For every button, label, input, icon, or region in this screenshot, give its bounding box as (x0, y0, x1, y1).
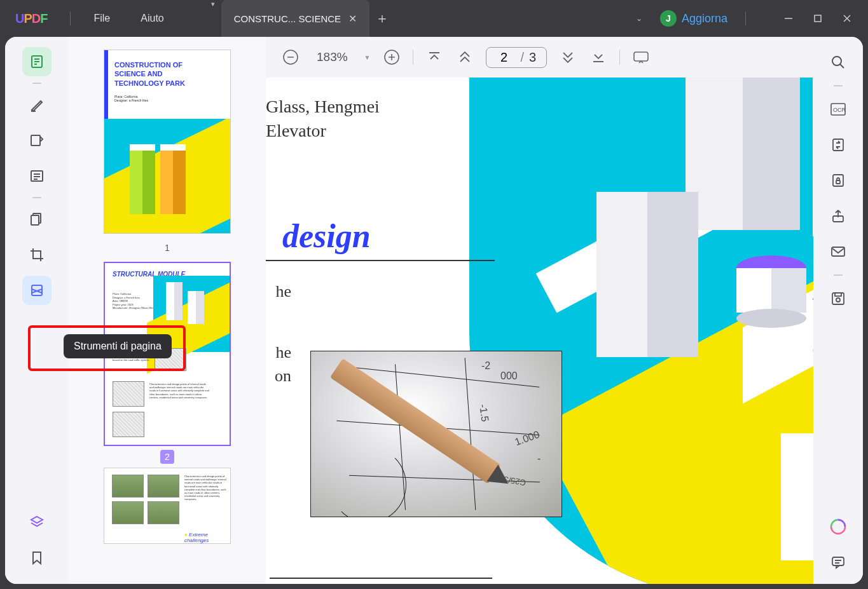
comment-icon[interactable] (825, 550, 851, 575)
divider (745, 11, 746, 25)
separator (619, 50, 620, 65)
separator (834, 274, 843, 276)
svg-rect-26 (634, 52, 648, 61)
page-canvas[interactable]: Glass, Hengmei Elevator xdesign he he on (266, 78, 813, 584)
doc-paragraph: he (266, 280, 291, 303)
separator (834, 85, 843, 86)
window-close-button[interactable] (832, 9, 862, 28)
current-page-input[interactable] (493, 50, 516, 65)
menu-file[interactable]: File (78, 13, 125, 24)
zoom-out-button[interactable] (281, 48, 300, 67)
reader-icon[interactable] (22, 161, 52, 191)
tooltip-page-tools: Strumenti di pagina (64, 334, 172, 358)
doc-text-line: Glass, Hengmei (266, 97, 495, 117)
last-page-button[interactable] (589, 48, 608, 67)
page-input-box[interactable]: / 3 (486, 47, 548, 68)
total-pages: 3 (529, 50, 540, 65)
zoom-level: 183% (312, 50, 353, 64)
email-icon[interactable] (825, 239, 851, 264)
doc-heading: xdesign (266, 217, 495, 255)
edit-text-icon[interactable] (22, 126, 52, 155)
right-toolbar: OCR (813, 37, 863, 584)
thumbnail-page-1[interactable]: CONSTRUCTION OF SCIENCE AND TECHNOLOGY P… (104, 50, 231, 234)
doc-text-line: Elevator (266, 121, 495, 141)
svg-point-37 (832, 57, 841, 65)
separator (413, 50, 413, 65)
doc-paragraph: he on (266, 341, 291, 388)
presentation-icon[interactable] (631, 48, 651, 67)
document-tab[interactable]: CONSTRUC... SCIENCE ✕ (221, 0, 369, 37)
top-toolbar: 183% ▼ / 3 (266, 37, 813, 78)
thumbnail-number-1: 1 (165, 238, 170, 258)
embedded-image: -2 000 -1.5 1.000 C25/30 - (310, 351, 562, 517)
window-maximize-button[interactable] (803, 9, 832, 28)
zoom-dropdown-icon[interactable]: ▼ (364, 54, 371, 61)
ocr-icon[interactable]: OCR (825, 97, 851, 122)
svg-rect-1 (815, 15, 821, 22)
menu-help[interactable]: Aiuto (125, 13, 179, 24)
ai-icon[interactable] (825, 514, 851, 539)
search-icon[interactable] (825, 50, 851, 75)
svg-point-47 (836, 298, 840, 302)
thumbnail-number-2: 2 (160, 450, 174, 464)
upgrade-link[interactable]: Aggiorna (682, 12, 727, 25)
tab-dropdown-icon[interactable]: ▾ (205, 0, 221, 37)
convert-icon[interactable] (825, 132, 851, 158)
svg-rect-49 (832, 557, 844, 565)
svg-line-38 (840, 64, 844, 68)
bookmark-icon[interactable] (22, 543, 52, 572)
svg-rect-9 (31, 135, 40, 146)
protect-icon[interactable] (825, 168, 851, 193)
window-minimize-button[interactable] (774, 9, 803, 28)
svg-rect-45 (832, 247, 844, 256)
save-icon[interactable] (825, 286, 851, 311)
share-icon[interactable] (825, 203, 851, 229)
close-icon[interactable]: ✕ (348, 13, 357, 25)
thumb1-meta: Place: CaliforniaDesigner: a French frie… (114, 95, 148, 102)
prev-page-button[interactable] (455, 48, 474, 67)
thumbnails-panel-button[interactable] (22, 47, 52, 76)
pages-icon[interactable] (22, 205, 52, 234)
crop-icon[interactable] (22, 240, 52, 269)
svg-text:OCR: OCR (833, 107, 846, 113)
thumbnail-page-3[interactable]: Characteristics and design points of int… (104, 468, 231, 544)
tab-title: CONSTRUC... SCIENCE (234, 13, 341, 24)
avatar: J (660, 10, 677, 27)
titlebar: UPDF File Aiuto ▾ CONSTRUC... SCIENCE ✕ … (0, 0, 868, 37)
main-view: 183% ▼ / 3 (266, 37, 813, 584)
account-area[interactable]: J Aggiorna (660, 10, 727, 27)
divider (70, 11, 71, 25)
thumbnails-panel: CONSTRUCTION OF SCIENCE AND TECHNOLOGY P… (69, 37, 266, 584)
svg-rect-43 (836, 180, 840, 184)
highlighter-icon[interactable] (22, 90, 52, 119)
layers-icon[interactable] (22, 508, 52, 537)
first-page-button[interactable] (425, 48, 444, 67)
separator (32, 83, 41, 84)
svg-rect-15 (31, 215, 39, 225)
svg-rect-46 (832, 293, 844, 304)
chevron-down-icon[interactable]: ⌄ (636, 14, 655, 23)
svg-rect-41 (833, 139, 843, 151)
app-logo: UPDF (0, 11, 62, 26)
left-toolbar (5, 37, 69, 584)
zoom-in-button[interactable] (382, 48, 401, 67)
thumb1-title: CONSTRUCTION OF SCIENCE AND TECHNOLOGY P… (114, 60, 210, 88)
separator (32, 197, 41, 198)
next-page-button[interactable] (558, 48, 577, 67)
svg-rect-48 (835, 293, 841, 296)
tab-add-button[interactable]: ＋ (369, 0, 395, 37)
page-tools-button[interactable] (22, 276, 52, 305)
